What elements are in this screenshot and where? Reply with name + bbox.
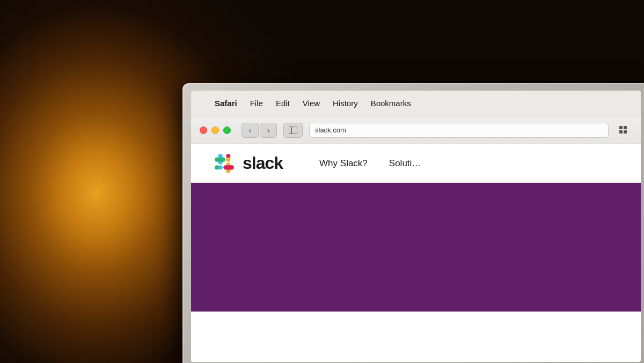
svg-rect-7: [215, 157, 225, 161]
nav-buttons: ‹ ›: [241, 123, 277, 138]
svg-rect-2: [619, 126, 623, 129]
svg-rect-4: [619, 130, 623, 134]
menu-edit[interactable]: Edit: [276, 99, 290, 108]
svg-rect-3: [624, 126, 627, 129]
grid-icon: [619, 126, 628, 135]
app-name-label[interactable]: Safari: [215, 99, 237, 108]
tabs-grid-button[interactable]: [615, 123, 632, 138]
slack-nav-items: Why Slack? Soluti…: [319, 158, 421, 169]
slack-hero-section: [191, 183, 641, 312]
slack-navbar: slack Why Slack? Soluti…: [191, 144, 641, 183]
forward-button[interactable]: ›: [260, 123, 277, 138]
close-button[interactable]: [200, 127, 207, 134]
svg-rect-12: [215, 165, 219, 169]
url-text: slack.com: [315, 126, 346, 134]
menu-history[interactable]: History: [333, 99, 358, 108]
forward-icon: ›: [267, 126, 270, 135]
slack-wordmark: slack: [243, 153, 283, 173]
safari-toolbar: ‹ › slack.com: [191, 116, 641, 144]
back-button[interactable]: ‹: [241, 123, 259, 138]
minimize-button[interactable]: [211, 127, 219, 134]
menu-bookmarks[interactable]: Bookmarks: [371, 99, 411, 108]
sidebar-toggle-button[interactable]: [283, 123, 303, 138]
menu-file[interactable]: File: [250, 99, 263, 108]
svg-rect-9: [223, 165, 234, 169]
webpage-content: slack Why Slack? Soluti…: [191, 144, 641, 362]
sidebar-icon: [289, 127, 297, 134]
svg-rect-13: [226, 157, 230, 161]
slack-logo[interactable]: slack: [213, 152, 283, 175]
nav-why-slack[interactable]: Why Slack?: [319, 158, 368, 169]
nav-solutions[interactable]: Soluti…: [389, 158, 421, 169]
svg-rect-0: [289, 127, 297, 134]
traffic-lights: [200, 127, 231, 134]
laptop-screen: Safari File Edit View History Bookmarks …: [191, 91, 641, 362]
macos-menubar: Safari File Edit View History Bookmarks: [191, 91, 641, 116]
laptop-frame: Safari File Edit View History Bookmarks …: [182, 83, 644, 363]
address-bar[interactable]: slack.com: [309, 123, 609, 138]
menu-view[interactable]: View: [303, 99, 320, 108]
maximize-button[interactable]: [223, 127, 231, 134]
slack-icon: [213, 152, 236, 175]
back-icon: ‹: [249, 126, 252, 135]
svg-rect-5: [624, 130, 627, 134]
